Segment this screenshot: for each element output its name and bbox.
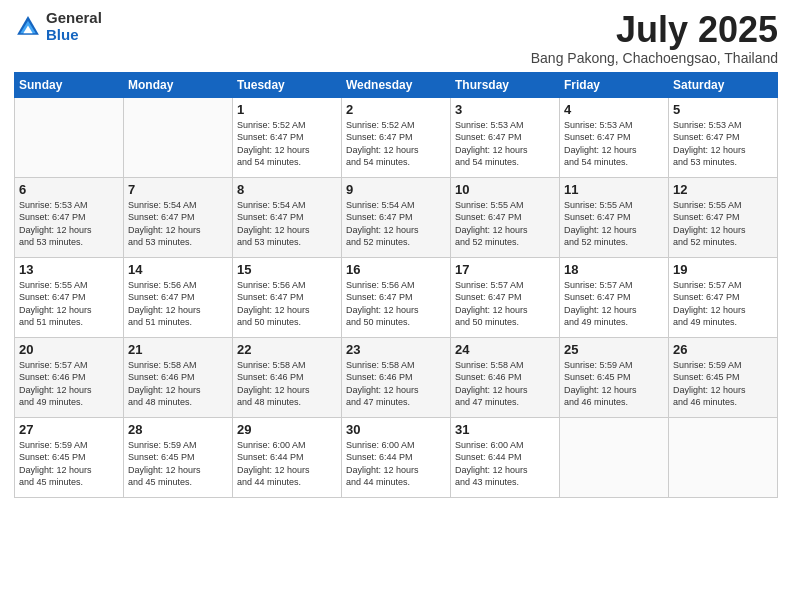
day-info: Sunrise: 5:56 AMSunset: 6:47 PMDaylight:… [128,279,228,329]
day-number: 19 [673,262,773,277]
day-number: 24 [455,342,555,357]
logo: General Blue [14,10,102,43]
day-info: Sunrise: 5:53 AMSunset: 6:47 PMDaylight:… [673,119,773,169]
day-number: 9 [346,182,446,197]
day-number: 30 [346,422,446,437]
day-number: 20 [19,342,119,357]
calendar-cell: 11Sunrise: 5:55 AMSunset: 6:47 PMDayligh… [560,177,669,257]
calendar-cell: 22Sunrise: 5:58 AMSunset: 6:46 PMDayligh… [233,337,342,417]
calendar-cell: 30Sunrise: 6:00 AMSunset: 6:44 PMDayligh… [342,417,451,497]
day-info: Sunrise: 5:52 AMSunset: 6:47 PMDaylight:… [346,119,446,169]
calendar-cell: 5Sunrise: 5:53 AMSunset: 6:47 PMDaylight… [669,97,778,177]
day-number: 18 [564,262,664,277]
day-info: Sunrise: 6:00 AMSunset: 6:44 PMDaylight:… [346,439,446,489]
col-tuesday: Tuesday [233,72,342,97]
title-block: July 2025 Bang Pakong, Chachoengsao, Tha… [531,10,778,66]
calendar-cell: 27Sunrise: 5:59 AMSunset: 6:45 PMDayligh… [15,417,124,497]
page: General Blue July 2025 Bang Pakong, Chac… [0,0,792,612]
day-info: Sunrise: 5:58 AMSunset: 6:46 PMDaylight:… [128,359,228,409]
calendar-cell: 23Sunrise: 5:58 AMSunset: 6:46 PMDayligh… [342,337,451,417]
day-number: 17 [455,262,555,277]
day-info: Sunrise: 5:53 AMSunset: 6:47 PMDaylight:… [19,199,119,249]
day-number: 10 [455,182,555,197]
day-info: Sunrise: 5:56 AMSunset: 6:47 PMDaylight:… [237,279,337,329]
calendar-week-row: 13Sunrise: 5:55 AMSunset: 6:47 PMDayligh… [15,257,778,337]
day-info: Sunrise: 5:59 AMSunset: 6:45 PMDaylight:… [673,359,773,409]
day-info: Sunrise: 5:58 AMSunset: 6:46 PMDaylight:… [237,359,337,409]
col-sunday: Sunday [15,72,124,97]
calendar-cell: 12Sunrise: 5:55 AMSunset: 6:47 PMDayligh… [669,177,778,257]
day-info: Sunrise: 5:57 AMSunset: 6:47 PMDaylight:… [564,279,664,329]
day-number: 21 [128,342,228,357]
day-info: Sunrise: 5:58 AMSunset: 6:46 PMDaylight:… [455,359,555,409]
calendar-week-row: 6Sunrise: 5:53 AMSunset: 6:47 PMDaylight… [15,177,778,257]
calendar-cell: 31Sunrise: 6:00 AMSunset: 6:44 PMDayligh… [451,417,560,497]
day-info: Sunrise: 5:58 AMSunset: 6:46 PMDaylight:… [346,359,446,409]
calendar-cell [15,97,124,177]
month-title: July 2025 [531,10,778,50]
calendar-cell: 3Sunrise: 5:53 AMSunset: 6:47 PMDaylight… [451,97,560,177]
calendar-cell [669,417,778,497]
calendar: Sunday Monday Tuesday Wednesday Thursday… [14,72,778,498]
day-number: 31 [455,422,555,437]
calendar-week-row: 27Sunrise: 5:59 AMSunset: 6:45 PMDayligh… [15,417,778,497]
day-info: Sunrise: 5:59 AMSunset: 6:45 PMDaylight:… [19,439,119,489]
day-number: 12 [673,182,773,197]
day-info: Sunrise: 5:57 AMSunset: 6:47 PMDaylight:… [673,279,773,329]
calendar-week-row: 20Sunrise: 5:57 AMSunset: 6:46 PMDayligh… [15,337,778,417]
day-info: Sunrise: 5:53 AMSunset: 6:47 PMDaylight:… [564,119,664,169]
calendar-cell: 14Sunrise: 5:56 AMSunset: 6:47 PMDayligh… [124,257,233,337]
day-info: Sunrise: 5:57 AMSunset: 6:47 PMDaylight:… [455,279,555,329]
day-info: Sunrise: 5:54 AMSunset: 6:47 PMDaylight:… [346,199,446,249]
day-number: 27 [19,422,119,437]
day-info: Sunrise: 5:54 AMSunset: 6:47 PMDaylight:… [237,199,337,249]
day-info: Sunrise: 5:57 AMSunset: 6:46 PMDaylight:… [19,359,119,409]
day-info: Sunrise: 5:56 AMSunset: 6:47 PMDaylight:… [346,279,446,329]
day-info: Sunrise: 5:55 AMSunset: 6:47 PMDaylight:… [564,199,664,249]
col-monday: Monday [124,72,233,97]
day-number: 6 [19,182,119,197]
day-number: 22 [237,342,337,357]
calendar-cell: 17Sunrise: 5:57 AMSunset: 6:47 PMDayligh… [451,257,560,337]
logo-text: General Blue [46,10,102,43]
day-number: 23 [346,342,446,357]
header: General Blue July 2025 Bang Pakong, Chac… [14,10,778,66]
calendar-cell: 7Sunrise: 5:54 AMSunset: 6:47 PMDaylight… [124,177,233,257]
calendar-cell: 18Sunrise: 5:57 AMSunset: 6:47 PMDayligh… [560,257,669,337]
day-info: Sunrise: 5:55 AMSunset: 6:47 PMDaylight:… [455,199,555,249]
day-number: 7 [128,182,228,197]
day-info: Sunrise: 5:54 AMSunset: 6:47 PMDaylight:… [128,199,228,249]
calendar-cell [560,417,669,497]
day-info: Sunrise: 5:52 AMSunset: 6:47 PMDaylight:… [237,119,337,169]
calendar-cell: 2Sunrise: 5:52 AMSunset: 6:47 PMDaylight… [342,97,451,177]
day-number: 26 [673,342,773,357]
day-number: 25 [564,342,664,357]
col-saturday: Saturday [669,72,778,97]
calendar-cell: 1Sunrise: 5:52 AMSunset: 6:47 PMDaylight… [233,97,342,177]
col-thursday: Thursday [451,72,560,97]
col-friday: Friday [560,72,669,97]
calendar-cell [124,97,233,177]
calendar-cell: 15Sunrise: 5:56 AMSunset: 6:47 PMDayligh… [233,257,342,337]
calendar-cell: 21Sunrise: 5:58 AMSunset: 6:46 PMDayligh… [124,337,233,417]
day-info: Sunrise: 5:59 AMSunset: 6:45 PMDaylight:… [564,359,664,409]
calendar-cell: 9Sunrise: 5:54 AMSunset: 6:47 PMDaylight… [342,177,451,257]
calendar-cell: 8Sunrise: 5:54 AMSunset: 6:47 PMDaylight… [233,177,342,257]
calendar-cell: 25Sunrise: 5:59 AMSunset: 6:45 PMDayligh… [560,337,669,417]
day-number: 1 [237,102,337,117]
day-info: Sunrise: 5:55 AMSunset: 6:47 PMDaylight:… [19,279,119,329]
calendar-cell: 29Sunrise: 6:00 AMSunset: 6:44 PMDayligh… [233,417,342,497]
day-number: 8 [237,182,337,197]
calendar-cell: 20Sunrise: 5:57 AMSunset: 6:46 PMDayligh… [15,337,124,417]
calendar-cell: 19Sunrise: 5:57 AMSunset: 6:47 PMDayligh… [669,257,778,337]
day-info: Sunrise: 5:53 AMSunset: 6:47 PMDaylight:… [455,119,555,169]
calendar-cell: 10Sunrise: 5:55 AMSunset: 6:47 PMDayligh… [451,177,560,257]
col-wednesday: Wednesday [342,72,451,97]
calendar-cell: 26Sunrise: 5:59 AMSunset: 6:45 PMDayligh… [669,337,778,417]
calendar-cell: 16Sunrise: 5:56 AMSunset: 6:47 PMDayligh… [342,257,451,337]
day-number: 13 [19,262,119,277]
calendar-cell: 6Sunrise: 5:53 AMSunset: 6:47 PMDaylight… [15,177,124,257]
day-number: 4 [564,102,664,117]
calendar-cell: 4Sunrise: 5:53 AMSunset: 6:47 PMDaylight… [560,97,669,177]
day-number: 5 [673,102,773,117]
